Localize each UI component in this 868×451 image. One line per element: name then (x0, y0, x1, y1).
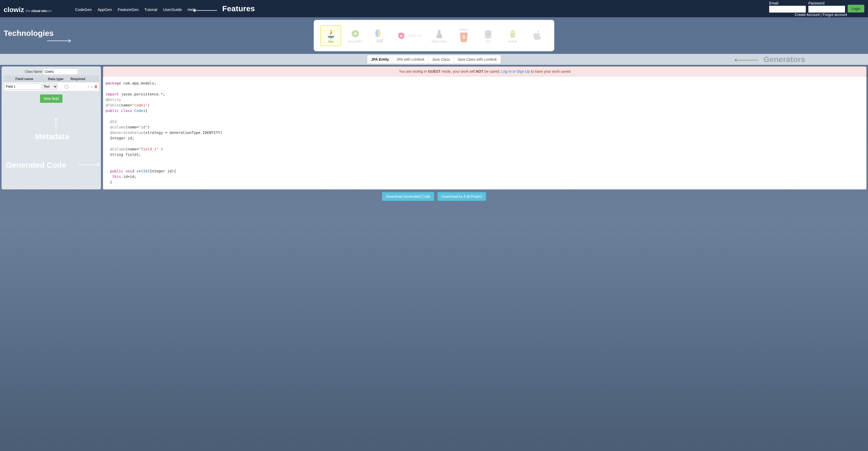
android-icon (507, 29, 519, 40)
svg-rect-9 (438, 30, 441, 31)
logo-tagline: the cloud wizard (26, 9, 52, 13)
flask-icon (433, 29, 445, 40)
tech-label: Python Flask (432, 40, 447, 43)
required-checkbox[interactable] (65, 85, 68, 88)
generator-bar: JPA Entity JPA with Lombok Java Class Ja… (0, 54, 868, 65)
svg-point-13 (485, 33, 492, 35)
header-bar: clowiz the cloud wizard CodeGen AppGen F… (0, 0, 868, 17)
guest-alert: You are workig in GUEST mode, your work … (103, 66, 866, 77)
move-down-icon[interactable]: ↓ (91, 85, 93, 89)
tab-jpa-lombok[interactable]: JPA with Lombok (393, 55, 428, 64)
html5-icon: 5 (458, 31, 470, 43)
svg-point-3 (354, 32, 356, 34)
metadata-arrow-icon (53, 116, 59, 132)
tech-sql[interactable]: SQL (478, 25, 499, 46)
generators-label: Generators (764, 55, 805, 64)
svg-point-12 (485, 30, 492, 32)
table-row: Text ↑ ↓ 🗑 (4, 82, 99, 91)
delete-icon[interactable]: 🗑 (94, 85, 98, 89)
metadata-panel: Class Name Field name Data type Required… (2, 66, 101, 189)
technologies-section: Technologies Java spring BOOT JSF A ANGU… (0, 17, 868, 51)
col-data-type: Data type (44, 77, 67, 81)
spring-icon (349, 29, 361, 40)
jsf-icon (374, 27, 385, 39)
main-area: Class Name Field name Data type Required… (0, 66, 868, 189)
class-name-label: Class Name (25, 70, 42, 73)
code-panel: You are workig in GUEST mode, your work … (103, 66, 866, 189)
logo[interactable]: clowiz the cloud wizard (4, 6, 52, 14)
tech-label: android (508, 40, 517, 43)
metadata-table-header: Field name Data type Required (4, 76, 99, 82)
tech-ios[interactable] (527, 25, 548, 46)
login-button[interactable]: Login (847, 5, 864, 12)
tech-android[interactable]: android (502, 25, 523, 46)
tech-html[interactable]: HTML5 5 (453, 25, 474, 46)
features-label: Features (222, 4, 255, 13)
svg-text:A: A (400, 34, 403, 38)
tech-label: spring BOOT (347, 40, 363, 43)
angular-icon: A (397, 32, 405, 39)
generated-code[interactable]: package com.app.models; import javax.per… (103, 77, 866, 189)
generators-arrow-icon (732, 58, 758, 63)
nav-codegen[interactable]: CodeGen (75, 7, 92, 12)
forgot-account-link[interactable]: Forgot account (823, 12, 847, 17)
create-account-link[interactable]: Create Account (795, 12, 819, 17)
password-label: Password (808, 1, 845, 5)
download-bar: Download Generated Code Download As Full… (0, 189, 868, 204)
download-code-button[interactable]: Download Generated Code (382, 192, 434, 201)
login-links: Create Account | Forgot account (795, 12, 847, 17)
sql-icon (483, 29, 494, 40)
tech-angular[interactable]: A ANGULAR (394, 25, 425, 46)
technologies-label: Technologies (4, 29, 54, 38)
tab-java-lombok[interactable]: Java Class with Lombok (454, 55, 501, 64)
field-name-input[interactable] (5, 84, 41, 90)
svg-text:5: 5 (463, 34, 465, 40)
download-project-button[interactable]: Download As Full Project (437, 192, 486, 201)
top-nav: CodeGen AppGen FeatureGen Tutorial UserG… (75, 7, 195, 12)
tech-label: SQL (486, 40, 491, 43)
generated-code-arrow-icon (79, 162, 102, 168)
svg-rect-4 (355, 30, 355, 31)
class-name-input[interactable] (44, 69, 78, 74)
col-field-name: Field name (5, 77, 44, 81)
generated-code-annotation: Generated Code (6, 161, 66, 170)
technologies-card: Java spring BOOT JSF A ANGULAR Python Fl… (314, 20, 554, 51)
email-label: Email (769, 1, 806, 5)
move-up-icon[interactable]: ↑ (87, 85, 89, 89)
tech-java[interactable]: Java (320, 25, 341, 46)
new-field-button[interactable]: New field (40, 94, 62, 103)
features-arrow-icon (191, 8, 217, 13)
login-box: Email Password Login (769, 1, 864, 12)
generator-tabs: JPA Entity JPA with Lombok Java Class Ja… (367, 55, 501, 64)
tech-label: HTML5 (459, 29, 468, 31)
tab-jpa-entity[interactable]: JPA Entity (367, 55, 393, 64)
email-field[interactable] (769, 6, 806, 12)
tech-label: ANGULAR (405, 34, 422, 38)
col-required: Required (67, 77, 88, 81)
tech-spring[interactable]: spring BOOT (345, 25, 366, 46)
technologies-arrow-icon (47, 38, 73, 43)
nav-featuregen[interactable]: FeatureGen (118, 7, 138, 12)
login-signup-link[interactable]: Log In or Sign Up (501, 69, 530, 73)
java-icon (325, 29, 337, 40)
nav-userguide[interactable]: UserGuide (163, 7, 182, 12)
tab-java-class[interactable]: Java Class (428, 55, 454, 64)
apple-icon (531, 30, 543, 41)
metadata-annotation: Metadata (35, 132, 69, 141)
tech-label: JSF (376, 39, 383, 44)
nav-tutorial[interactable]: Tutorial (144, 7, 157, 12)
password-field[interactable] (808, 6, 845, 12)
nav-appgen[interactable]: AppGen (97, 7, 112, 12)
tech-jsf[interactable]: JSF (369, 25, 390, 46)
logo-text: clowiz (4, 6, 24, 14)
tech-label: Java (328, 40, 333, 43)
data-type-select[interactable]: Text (42, 84, 58, 90)
tech-flask[interactable]: Python Flask (429, 25, 450, 46)
